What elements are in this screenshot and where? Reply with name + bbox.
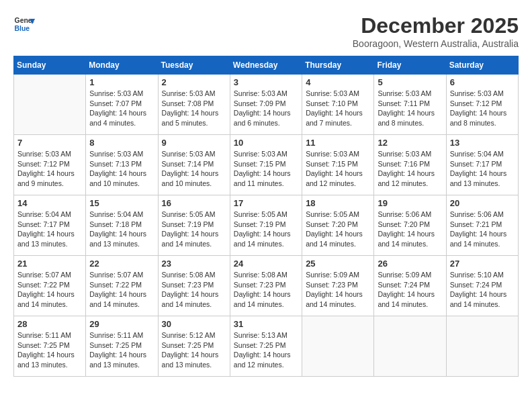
week-row-4: 21Sunrise: 5:07 AM Sunset: 7:22 PM Dayli… [14,256,519,316]
calendar-cell: 12Sunrise: 5:03 AM Sunset: 7:16 PM Dayli… [374,135,446,195]
calendar-cell: 4Sunrise: 5:03 AM Sunset: 7:10 PM Daylig… [302,75,374,135]
calendar-cell: 3Sunrise: 5:03 AM Sunset: 7:09 PM Daylig… [230,75,302,135]
day-number: 8 [89,138,154,148]
calendar-cell: 31Sunrise: 5:13 AM Sunset: 7:25 PM Dayli… [230,316,302,377]
day-number: 28 [17,319,82,329]
day-info: Sunrise: 5:03 AM Sunset: 7:09 PM Dayligh… [234,89,298,128]
day-number: 17 [234,198,298,208]
day-info: Sunrise: 5:08 AM Sunset: 7:23 PM Dayligh… [234,270,298,310]
calendar-cell: 7Sunrise: 5:03 AM Sunset: 7:12 PM Daylig… [14,135,86,195]
day-info: Sunrise: 5:10 AM Sunset: 7:24 PM Dayligh… [450,270,515,310]
day-number: 26 [378,259,442,269]
day-number: 23 [162,259,226,269]
logo-icon: General Blue [13,13,35,35]
calendar-cell: 17Sunrise: 5:05 AM Sunset: 7:19 PM Dayli… [230,195,302,256]
day-info: Sunrise: 5:07 AM Sunset: 7:22 PM Dayligh… [17,270,82,310]
day-number: 24 [234,259,298,269]
day-info: Sunrise: 5:05 AM Sunset: 7:20 PM Dayligh… [306,210,370,249]
calendar-cell: 8Sunrise: 5:03 AM Sunset: 7:13 PM Daylig… [86,135,158,195]
day-number: 15 [89,198,154,208]
day-number: 16 [162,198,226,208]
day-number: 13 [450,138,515,148]
calendar-cell: 5Sunrise: 5:03 AM Sunset: 7:11 PM Daylig… [374,75,446,135]
calendar-cell [446,316,518,377]
day-info: Sunrise: 5:03 AM Sunset: 7:07 PM Dayligh… [89,89,154,128]
calendar-cell: 2Sunrise: 5:03 AM Sunset: 7:08 PM Daylig… [158,75,230,135]
day-info: Sunrise: 5:03 AM Sunset: 7:12 PM Dayligh… [450,89,515,128]
calendar-cell: 23Sunrise: 5:08 AM Sunset: 7:23 PM Dayli… [158,256,230,316]
calendar-cell: 14Sunrise: 5:04 AM Sunset: 7:17 PM Dayli… [14,195,86,256]
weekday-header-saturday: Saturday [446,56,518,75]
weekday-header-thursday: Thursday [302,56,374,75]
calendar-cell: 20Sunrise: 5:06 AM Sunset: 7:21 PM Dayli… [446,195,518,256]
week-row-2: 7Sunrise: 5:03 AM Sunset: 7:12 PM Daylig… [14,135,519,195]
week-row-5: 28Sunrise: 5:11 AM Sunset: 7:25 PM Dayli… [14,316,519,377]
day-number: 21 [17,259,82,269]
day-info: Sunrise: 5:03 AM Sunset: 7:15 PM Dayligh… [306,149,370,189]
day-number: 29 [89,319,154,329]
day-info: Sunrise: 5:12 AM Sunset: 7:25 PM Dayligh… [162,330,226,370]
calendar-cell: 29Sunrise: 5:11 AM Sunset: 7:25 PM Dayli… [86,316,158,377]
calendar-cell: 1Sunrise: 5:03 AM Sunset: 7:07 PM Daylig… [86,75,158,135]
calendar-table: SundayMondayTuesdayWednesdayThursdayFrid… [13,56,519,377]
calendar-cell: 27Sunrise: 5:10 AM Sunset: 7:24 PM Dayli… [446,256,518,316]
calendar-cell: 18Sunrise: 5:05 AM Sunset: 7:20 PM Dayli… [302,195,374,256]
day-number: 12 [378,138,442,148]
calendar-cell [302,316,374,377]
calendar-cell: 19Sunrise: 5:06 AM Sunset: 7:20 PM Dayli… [374,195,446,256]
calendar-cell: 30Sunrise: 5:12 AM Sunset: 7:25 PM Dayli… [158,316,230,377]
day-info: Sunrise: 5:04 AM Sunset: 7:17 PM Dayligh… [450,149,515,189]
location-subtitle: Booragoon, Western Australia, Australia [353,38,519,49]
day-number: 18 [306,198,370,208]
calendar-cell: 16Sunrise: 5:05 AM Sunset: 7:19 PM Dayli… [158,195,230,256]
day-number: 22 [89,259,154,269]
calendar-cell: 11Sunrise: 5:03 AM Sunset: 7:15 PM Dayli… [302,135,374,195]
day-number: 1 [89,77,154,87]
day-number: 4 [306,77,370,87]
weekday-header-monday: Monday [86,56,158,75]
day-info: Sunrise: 5:03 AM Sunset: 7:14 PM Dayligh… [162,149,226,189]
calendar-cell [374,316,446,377]
day-number: 9 [162,138,226,148]
day-number: 3 [234,77,298,87]
day-number: 7 [17,138,82,148]
day-info: Sunrise: 5:07 AM Sunset: 7:22 PM Dayligh… [89,270,154,310]
day-number: 31 [234,319,298,329]
day-info: Sunrise: 5:03 AM Sunset: 7:15 PM Dayligh… [234,149,298,189]
day-info: Sunrise: 5:03 AM Sunset: 7:12 PM Dayligh… [17,149,82,189]
calendar-cell: 26Sunrise: 5:09 AM Sunset: 7:24 PM Dayli… [374,256,446,316]
day-number: 10 [234,138,298,148]
weekday-header-wednesday: Wednesday [230,56,302,75]
logo: General Blue [13,13,35,35]
day-info: Sunrise: 5:05 AM Sunset: 7:19 PM Dayligh… [162,210,226,249]
day-info: Sunrise: 5:03 AM Sunset: 7:16 PM Dayligh… [378,149,442,189]
weekday-header-tuesday: Tuesday [158,56,230,75]
calendar-cell: 10Sunrise: 5:03 AM Sunset: 7:15 PM Dayli… [230,135,302,195]
calendar-cell: 6Sunrise: 5:03 AM Sunset: 7:12 PM Daylig… [446,75,518,135]
day-info: Sunrise: 5:09 AM Sunset: 7:24 PM Dayligh… [378,270,442,310]
day-info: Sunrise: 5:11 AM Sunset: 7:25 PM Dayligh… [89,330,154,370]
day-info: Sunrise: 5:06 AM Sunset: 7:20 PM Dayligh… [378,210,442,249]
calendar-cell: 13Sunrise: 5:04 AM Sunset: 7:17 PM Dayli… [446,135,518,195]
weekday-header-friday: Friday [374,56,446,75]
day-info: Sunrise: 5:09 AM Sunset: 7:23 PM Dayligh… [306,270,370,310]
weekday-header-sunday: Sunday [14,56,86,75]
day-info: Sunrise: 5:03 AM Sunset: 7:13 PM Dayligh… [89,149,154,189]
day-number: 20 [450,198,515,208]
day-number: 19 [378,198,442,208]
day-info: Sunrise: 5:03 AM Sunset: 7:11 PM Dayligh… [378,89,442,128]
calendar-cell: 9Sunrise: 5:03 AM Sunset: 7:14 PM Daylig… [158,135,230,195]
day-info: Sunrise: 5:05 AM Sunset: 7:19 PM Dayligh… [234,210,298,249]
calendar-cell: 15Sunrise: 5:04 AM Sunset: 7:18 PM Dayli… [86,195,158,256]
day-number: 27 [450,259,515,269]
day-info: Sunrise: 5:06 AM Sunset: 7:21 PM Dayligh… [450,210,515,249]
day-number: 2 [162,77,226,87]
calendar-cell: 25Sunrise: 5:09 AM Sunset: 7:23 PM Dayli… [302,256,374,316]
day-number: 5 [378,77,442,87]
calendar-cell: 22Sunrise: 5:07 AM Sunset: 7:22 PM Dayli… [86,256,158,316]
week-row-1: 1Sunrise: 5:03 AM Sunset: 7:07 PM Daylig… [14,75,519,135]
day-number: 30 [162,319,226,329]
page-header: General Blue December 2025 Booragoon, We… [13,13,519,49]
title-block: December 2025 Booragoon, Western Austral… [353,13,519,49]
day-info: Sunrise: 5:08 AM Sunset: 7:23 PM Dayligh… [162,270,226,310]
